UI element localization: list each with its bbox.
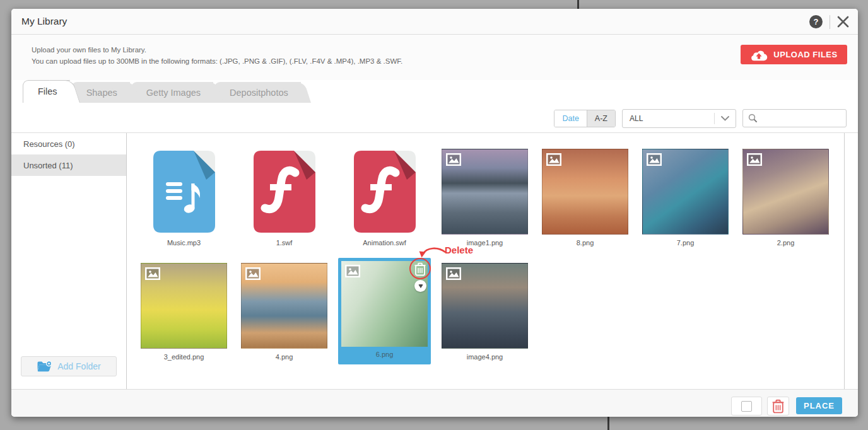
- file-name: 3_edited.png: [164, 353, 204, 361]
- upload-files-button[interactable]: UPLOAD FILES: [741, 45, 847, 64]
- image-badge-icon: [245, 267, 261, 280]
- caret-down-icon: [418, 284, 423, 288]
- dialog-title: My Library: [21, 16, 67, 27]
- file-item[interactable]: 1.swf: [234, 142, 334, 252]
- add-folder-label: Add Folder: [57, 361, 100, 371]
- upload-instruction-line2: You can upload files up to 300MB in the …: [32, 55, 402, 67]
- sort-by-date-button[interactable]: Date: [554, 110, 586, 127]
- add-folder-button[interactable]: Add Folder: [21, 356, 117, 376]
- filter-dropdown[interactable]: ALL: [622, 109, 736, 128]
- tab-depositphotos[interactable]: Depositphotos: [214, 82, 311, 103]
- sidebar-item-unsorted[interactable]: Unsorted (11): [11, 154, 126, 176]
- filter-selected-value: ALL: [623, 114, 714, 123]
- file-options-button[interactable]: [414, 280, 426, 292]
- file-name: 4.png: [276, 353, 293, 361]
- image-badge-icon: [446, 267, 461, 280]
- select-all-checkbox[interactable]: [731, 397, 762, 415]
- image-badge-icon: [446, 153, 461, 166]
- file-thumbnail[interactable]: [442, 149, 528, 235]
- sort-toggle: Date A-Z: [554, 110, 616, 127]
- header-divider: [830, 15, 830, 29]
- sidebar-item-resources[interactable]: Resources (0): [11, 133, 126, 154]
- file-item[interactable]: 2.png: [736, 142, 836, 252]
- file-name: 1.swf: [276, 239, 293, 247]
- audio-file-icon: [153, 151, 215, 233]
- file-item[interactable]: image1.png: [435, 142, 535, 252]
- file-name: 7.png: [677, 239, 695, 247]
- search-icon: [748, 113, 758, 123]
- delete-annotation-label: Delete: [445, 245, 473, 255]
- files-grid: Music.mp3: [127, 133, 844, 389]
- image-badge-icon: [345, 265, 360, 277]
- image-badge-icon: [647, 153, 662, 166]
- file-name: 6.png: [376, 351, 394, 358]
- tab-files[interactable]: Files: [23, 80, 80, 103]
- file-thumbnail[interactable]: [241, 263, 327, 349]
- file-thumbnail[interactable]: [141, 263, 227, 349]
- tab-getty-images[interactable]: Getty Images: [131, 82, 223, 103]
- sort-by-az-button[interactable]: A-Z: [587, 110, 615, 127]
- search-box: [742, 109, 847, 127]
- file-thumbnail[interactable]: [442, 263, 528, 349]
- upload-section: Upload your own files to My Library. You…: [11, 35, 858, 80]
- close-icon[interactable]: [837, 16, 849, 28]
- trash-icon: [771, 398, 785, 414]
- file-item[interactable]: Animation.swf: [334, 142, 435, 252]
- checkbox-icon: [741, 401, 752, 412]
- canvas-guide-line-top: [577, 0, 579, 9]
- dialog-header: My Library ?: [11, 9, 858, 35]
- flash-file-icon: [254, 151, 315, 233]
- upload-files-label: UPLOAD FILES: [773, 50, 837, 59]
- delete-selected-button[interactable]: [767, 397, 789, 415]
- file-thumbnail[interactable]: [742, 149, 829, 235]
- file-name: image4.png: [467, 353, 503, 361]
- file-item[interactable]: 8.png: [535, 142, 635, 252]
- file-item[interactable]: Music.mp3: [134, 142, 234, 252]
- file-name: 8.png: [577, 239, 594, 247]
- file-item[interactable]: image4.png: [435, 257, 535, 366]
- help-icon[interactable]: ?: [809, 15, 823, 28]
- folders-sidebar: Resources (0) Unsorted (11) Add Folder: [11, 133, 127, 389]
- canvas-guide-line-bottom: [607, 417, 609, 430]
- upload-instruction-line1: Upload your own files to My Library.: [32, 44, 402, 55]
- file-item[interactable]: 3_edited.png: [134, 257, 234, 366]
- image-badge-icon: [747, 153, 762, 166]
- file-name: Animation.swf: [363, 239, 406, 247]
- my-library-dialog: My Library ? Upload your own files to My…: [11, 9, 858, 417]
- file-thumbnail[interactable]: [542, 149, 628, 235]
- filter-toolbar: Date A-Z ALL: [11, 103, 858, 133]
- cloud-upload-icon: [750, 49, 768, 61]
- search-input[interactable]: [761, 114, 841, 123]
- file-item[interactable]: 4.png: [234, 257, 334, 366]
- scrollbar-track[interactable]: [844, 133, 858, 389]
- chevron-down-icon: [714, 113, 736, 124]
- image-badge-icon: [145, 267, 160, 280]
- file-name: 2.png: [777, 239, 795, 247]
- dialog-footer: PLACE: [11, 389, 858, 417]
- place-button[interactable]: PLACE: [796, 397, 842, 414]
- file-item-selected[interactable]: 6.png: [334, 257, 435, 366]
- add-folder-icon: [37, 361, 52, 373]
- file-item[interactable]: 7.png: [635, 142, 736, 252]
- selected-file-card[interactable]: 6.png: [338, 258, 431, 364]
- delete-file-icon[interactable]: [414, 262, 426, 279]
- design-canvas-background: My Library ? Upload your own files to My…: [0, 0, 868, 430]
- file-thumbnail[interactable]: [642, 149, 729, 235]
- flash-file-icon: [354, 151, 416, 233]
- tab-shapes[interactable]: Shapes: [71, 82, 140, 103]
- library-tabs: Files Shapes Getty Images Depositphotos: [23, 80, 302, 103]
- file-name: Music.mp3: [167, 239, 201, 247]
- image-badge-icon: [546, 153, 561, 166]
